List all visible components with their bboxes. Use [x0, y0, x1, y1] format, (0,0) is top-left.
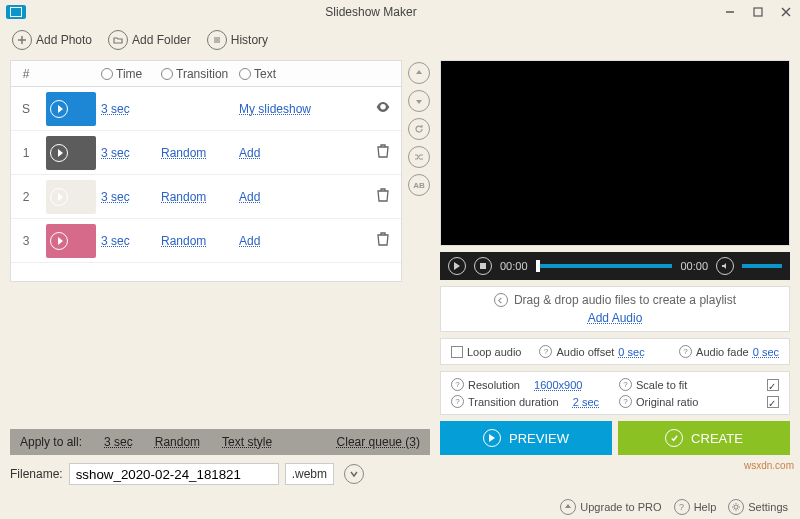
upgrade-button[interactable]: Upgrade to PRO [560, 499, 661, 515]
col-transition[interactable]: Transition [161, 67, 239, 81]
delete-icon[interactable] [375, 143, 391, 162]
shuffle-button[interactable] [408, 146, 430, 168]
ab-loop-button[interactable]: AB [408, 174, 430, 196]
table-row[interactable]: 23 secRandomAdd [11, 175, 401, 219]
plus-icon [12, 30, 32, 50]
row-transition[interactable]: Random [161, 234, 206, 248]
row-text[interactable]: Add [239, 146, 260, 160]
delete-icon[interactable] [375, 187, 391, 206]
seek-slider[interactable] [536, 264, 673, 268]
maximize-button[interactable] [744, 2, 772, 22]
row-time[interactable]: 3 sec [101, 190, 130, 204]
create-button[interactable]: CREATE [618, 421, 790, 455]
svg-rect-9 [480, 263, 486, 269]
action-buttons: PREVIEW CREATE [440, 421, 790, 455]
help-icon[interactable]: ? [539, 345, 552, 358]
preview-button[interactable]: PREVIEW [440, 421, 612, 455]
audio-fade-value[interactable]: 0 sec [753, 346, 779, 358]
slide-thumbnail[interactable] [46, 224, 96, 258]
apply-to-all-bar: Apply to all: 3 sec Random Text style Cl… [10, 429, 430, 455]
transition-icon [161, 68, 173, 80]
volume-slider[interactable] [742, 264, 782, 268]
play-overlay-icon [50, 232, 68, 250]
row-time[interactable]: 3 sec [101, 234, 130, 248]
add-folder-label: Add Folder [132, 33, 191, 47]
loop-audio-checkbox[interactable]: Loop audio [451, 346, 521, 358]
list-icon [207, 30, 227, 50]
help-icon[interactable]: ? [451, 395, 464, 408]
slide-thumbnail[interactable] [46, 136, 96, 170]
filename-label: Filename: [10, 467, 63, 481]
time-total: 00:00 [680, 260, 708, 272]
help-icon[interactable]: ? [451, 378, 464, 391]
row-text[interactable]: My slideshow [239, 102, 311, 116]
table-row[interactable]: S3 secMy slideshow [11, 87, 401, 131]
audio-panel: Drag & drop audio files to create a play… [440, 286, 790, 332]
audio-offset-value[interactable]: 0 sec [618, 346, 644, 358]
row-transition[interactable]: Random [161, 146, 206, 160]
clock-icon [101, 68, 113, 80]
help-icon[interactable]: ? [619, 378, 632, 391]
transition-duration-value[interactable]: 2 sec [573, 396, 599, 408]
add-audio-link[interactable]: Add Audio [588, 311, 643, 325]
back-arrow-icon [494, 293, 508, 307]
apply-transition[interactable]: Random [155, 435, 200, 449]
row-text[interactable]: Add [239, 234, 260, 248]
text-icon [239, 68, 251, 80]
extension-dropdown[interactable] [344, 464, 364, 484]
move-down-button[interactable] [408, 90, 430, 112]
question-icon: ? [674, 499, 690, 515]
window-title: Slideshow Maker [26, 5, 716, 19]
row-transition[interactable]: Random [161, 190, 206, 204]
help-button[interactable]: ?Help [674, 499, 717, 515]
volume-button[interactable] [716, 257, 734, 275]
help-icon[interactable]: ? [619, 395, 632, 408]
row-index: S [11, 102, 41, 116]
visibility-icon[interactable] [375, 99, 391, 118]
refresh-button[interactable] [408, 118, 430, 140]
row-time[interactable]: 3 sec [101, 146, 130, 160]
slide-thumbnail[interactable] [46, 92, 96, 126]
footer: Upgrade to PRO ?Help Settings [548, 495, 800, 519]
svg-point-10 [734, 505, 738, 509]
table-row[interactable]: 13 secRandomAdd [11, 131, 401, 175]
row-time[interactable]: 3 sec [101, 102, 130, 116]
col-time[interactable]: Time [101, 67, 161, 81]
minimize-button[interactable] [716, 2, 744, 22]
resolution-value[interactable]: 1600x900 [534, 379, 582, 391]
add-folder-button[interactable]: Add Folder [104, 28, 195, 52]
clear-queue-button[interactable]: Clear queue (3) [337, 435, 420, 449]
delete-icon[interactable] [375, 231, 391, 250]
close-button[interactable] [772, 2, 800, 22]
gear-icon [728, 499, 744, 515]
history-button[interactable]: History [203, 28, 272, 52]
folder-icon [108, 30, 128, 50]
row-index: 2 [11, 190, 41, 204]
col-text[interactable]: Text [239, 67, 339, 81]
col-index: # [11, 67, 41, 81]
filename-input[interactable] [69, 463, 279, 485]
audio-options-panel: Loop audio ?Audio offset 0 sec ?Audio fa… [440, 338, 790, 365]
toolbar: Add Photo Add Folder History [0, 24, 800, 60]
apply-text-style[interactable]: Text style [222, 435, 272, 449]
output-panel: ?Resolution 1600x900 ?Scale to fit ?Tran… [440, 371, 790, 415]
play-overlay-icon [50, 144, 68, 162]
play-button[interactable] [448, 257, 466, 275]
file-extension: .webm [285, 463, 334, 485]
preview-viewport [440, 60, 790, 246]
stop-button[interactable] [474, 257, 492, 275]
move-up-button[interactable] [408, 62, 430, 84]
settings-button[interactable]: Settings [728, 499, 788, 515]
original-ratio-checkbox[interactable] [767, 396, 779, 408]
help-icon[interactable]: ? [679, 345, 692, 358]
apply-time[interactable]: 3 sec [104, 435, 133, 449]
history-label: History [231, 33, 268, 47]
table-row[interactable]: 33 secRandomAdd [11, 219, 401, 263]
filename-row: Filename: .webm [0, 455, 800, 493]
scale-to-fit-checkbox[interactable] [767, 379, 779, 391]
play-icon [483, 429, 501, 447]
player-bar: 00:00 00:00 [440, 252, 790, 280]
add-photo-button[interactable]: Add Photo [8, 28, 96, 52]
slide-thumbnail[interactable] [46, 180, 96, 214]
row-text[interactable]: Add [239, 190, 260, 204]
